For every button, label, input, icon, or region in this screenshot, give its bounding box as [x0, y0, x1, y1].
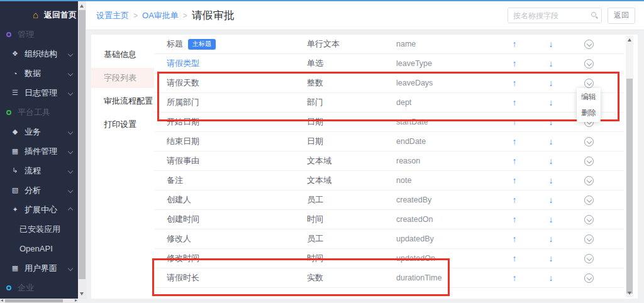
scroll-up-arrow-icon[interactable]	[628, 38, 631, 41]
sidebar-item[interactable]: OpenAPI	[0, 239, 78, 258]
subnav-item[interactable]: 审批流程配置	[91, 91, 154, 111]
move-up-button[interactable]: ↑	[497, 79, 532, 87]
move-down-button[interactable]: ↓	[532, 254, 570, 263]
sidebar-item[interactable]: ↳流程	[0, 161, 78, 180]
move-up-button[interactable]: ↑	[497, 215, 532, 224]
context-menu-edit[interactable]: 编辑	[577, 89, 601, 105]
sidebar-item-label: 插件管理	[25, 146, 57, 157]
breadcrumb-oa-form[interactable]: OA审批单	[142, 10, 179, 21]
sidebar-horizontal-scrollbar[interactable]	[0, 299, 78, 303]
move-up-button[interactable]: ↑	[497, 98, 532, 107]
scroll-left-arrow-icon[interactable]	[1, 299, 3, 302]
sidebar-item[interactable]: 企业	[0, 278, 78, 297]
breadcrumb-settings-home[interactable]: 设置主页	[96, 10, 129, 21]
row-actions-button[interactable]	[584, 157, 594, 166]
sidebar-vertical-scrollbar[interactable]	[78, 1, 86, 299]
move-down-button[interactable]: ↓	[532, 59, 570, 68]
row-actions-button[interactable]	[584, 176, 594, 185]
row-actions-button[interactable]	[584, 79, 594, 88]
sidebar-home-link[interactable]: ⌂ 返回首页	[0, 5, 78, 25]
move-down-button[interactable]: ↓	[532, 157, 570, 165]
scroll-down-arrow-icon[interactable]	[628, 292, 631, 295]
move-up-button[interactable]: ↑	[497, 234, 532, 243]
sidebar-hscrollbar-thumb[interactable]	[5, 299, 63, 302]
table-row: 备注文本域note↑↓	[154, 171, 624, 190]
row-actions-button[interactable]	[584, 254, 594, 263]
field-label: 标题	[167, 38, 183, 50]
move-down-button[interactable]: ↓	[532, 215, 570, 224]
sidebar-item[interactable]: ☰日志管理	[0, 83, 78, 102]
field-api-name: dept	[396, 98, 497, 107]
move-down-button[interactable]: ↓	[532, 273, 570, 282]
scroll-up-arrow-icon[interactable]	[80, 4, 84, 8]
move-up-button[interactable]: ↑	[497, 254, 532, 263]
row-actions-button[interactable]	[584, 273, 594, 283]
move-up-button[interactable]: ↑	[497, 196, 532, 204]
table-row: 结束日期日期endDate↑↓	[154, 132, 624, 152]
table-row: 开始日期日期startDate↑↓	[154, 113, 624, 132]
move-down-button[interactable]: ↓	[532, 196, 570, 204]
row-actions-button[interactable]	[584, 137, 594, 146]
table-row: 创建人员工createdBy↑↓	[154, 190, 624, 210]
header-actions: 返回	[508, 8, 635, 24]
sidebar-item[interactable]: 管理	[0, 25, 78, 44]
sidebar-item[interactable]: ▧分析	[0, 180, 78, 200]
analysis-chart-icon: ▧	[10, 186, 20, 194]
sidebar-item[interactable]: ▦用户界面	[0, 258, 78, 278]
field-type: 员工	[307, 233, 396, 245]
row-actions-button[interactable]	[584, 59, 594, 69]
move-down-button[interactable]: ↓	[532, 137, 570, 146]
sidebar-scrollbar-thumb[interactable]	[79, 10, 86, 279]
move-up-button[interactable]: ↑	[497, 118, 532, 126]
move-up-button[interactable]: ↑	[497, 59, 532, 68]
subnav-item[interactable]: 打印设置	[91, 114, 154, 135]
sidebar-item[interactable]: 平台工具	[0, 102, 78, 122]
home-icon: ⌂	[33, 10, 38, 19]
sidebar-item-label: 业务	[25, 126, 41, 138]
table-scrollbar-thumb[interactable]	[626, 79, 633, 294]
sidebar-item[interactable]: ▦插件管理	[0, 141, 78, 161]
subnav-item[interactable]: 字段列表	[91, 68, 154, 88]
move-down-button[interactable]: ↓	[532, 234, 570, 243]
breadcrumb-separator: >	[133, 11, 138, 20]
field-type: 时间	[307, 214, 396, 225]
move-up-button[interactable]: ↑	[497, 157, 532, 165]
row-actions-cell	[570, 273, 608, 283]
move-up-button[interactable]: ↑	[497, 40, 532, 48]
row-actions-cell	[570, 157, 608, 166]
field-label: 创建人	[167, 194, 191, 206]
field-type: 员工	[307, 194, 396, 206]
chevron-down-icon	[68, 148, 73, 153]
subnav-item[interactable]: 基础信息	[91, 45, 154, 65]
move-down-button[interactable]: ↓	[532, 98, 570, 107]
sidebar-item[interactable]: ◔数据	[0, 63, 78, 83]
settings-subnav: 基础信息字段列表审批流程配置打印设置	[91, 35, 154, 299]
field-type: 部门	[307, 97, 396, 108]
row-actions-button[interactable]	[584, 196, 594, 205]
move-down-button[interactable]: ↓	[532, 40, 570, 48]
field-label-cell: 所属部门	[167, 97, 307, 108]
move-down-button[interactable]: ↓	[532, 118, 570, 126]
back-button[interactable]: 返回	[608, 8, 635, 24]
sidebar-item[interactable]: ◆业务	[0, 122, 78, 141]
sidebar-item[interactable]: 已安装应用	[0, 219, 78, 239]
sidebar-item[interactable]: ❖组织结构	[0, 44, 78, 63]
field-label: 请假时长	[167, 272, 199, 284]
move-up-button[interactable]: ↑	[497, 273, 532, 282]
table-vertical-scrollbar[interactable]	[626, 36, 633, 297]
row-actions-cell	[570, 215, 608, 224]
row-actions-button[interactable]	[584, 40, 594, 49]
move-down-button[interactable]: ↓	[532, 176, 570, 185]
move-down-button[interactable]: ↓	[532, 79, 570, 87]
field-label[interactable]: 请假类型	[167, 58, 199, 69]
field-search-input[interactable]	[508, 8, 601, 23]
context-menu-delete[interactable]: 删除	[577, 105, 601, 121]
row-actions-button[interactable]	[584, 234, 594, 244]
row-actions-button[interactable]	[584, 215, 594, 224]
move-up-button[interactable]: ↑	[497, 176, 532, 185]
scroll-down-arrow-icon[interactable]	[80, 292, 84, 295]
move-up-button[interactable]: ↑	[497, 137, 532, 146]
sidebar-item-label: 企业	[18, 282, 34, 294]
scroll-right-arrow-icon[interactable]	[75, 299, 77, 302]
sidebar-item[interactable]: ✦扩展中心	[0, 200, 78, 219]
